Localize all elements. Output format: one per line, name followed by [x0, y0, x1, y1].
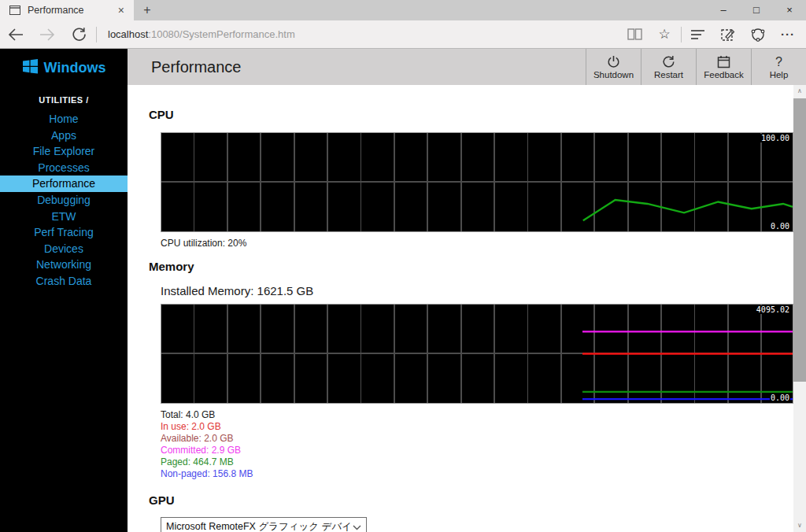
- memory-chart: 4095.02 0.00: [161, 304, 793, 404]
- gpu-select[interactable]: Microsoft RemoteFX グラフィック デバイス - WDDM: [161, 517, 367, 532]
- cpu-heading: CPU: [149, 108, 793, 121]
- scrollbar-thumb[interactable]: [793, 98, 806, 382]
- hub-icon[interactable]: [683, 29, 713, 40]
- memory-chart-min-label: 0.00: [770, 393, 790, 402]
- refresh-icon[interactable]: [63, 27, 94, 42]
- sidebar-item-home[interactable]: Home: [0, 111, 128, 127]
- utilities-section-label: UTILITIES /: [0, 95, 128, 105]
- help-icon: ?: [775, 54, 782, 68]
- url-field[interactable]: localhost:10080/SystemPerformance.htm: [108, 28, 619, 40]
- legend-available: Available: 2.0 GB: [161, 433, 793, 445]
- sidebar-item-performance[interactable]: Performance: [0, 175, 128, 192]
- sidebar: Windows UTILITIES / Home Apps File Explo…: [0, 49, 128, 532]
- cpu-chart: 100.00 0.00: [161, 132, 793, 232]
- header-buttons: Shutdown Restart Feedback: [586, 49, 806, 85]
- windows-flag-icon: [22, 58, 39, 78]
- shutdown-label: Shutdown: [593, 70, 634, 79]
- share-icon[interactable]: [743, 28, 773, 42]
- shutdown-button[interactable]: Shutdown: [586, 49, 641, 85]
- tab-bar: Performance × + – □ ×: [0, 0, 806, 20]
- page-icon: [9, 6, 20, 15]
- memory-legend: Total: 4.0 GB In use: 2.0 GB Available: …: [161, 409, 793, 480]
- cpu-chart-line: [161, 133, 793, 231]
- restart-icon: [662, 54, 675, 68]
- window-controls: – □ ×: [707, 0, 806, 20]
- legend-non-paged: Non-paged: 156.8 MB: [161, 468, 793, 480]
- url-path: :10080/SystemPerformance.htm: [148, 28, 294, 40]
- legend-in-use: In use: 2.0 GB: [161, 421, 793, 433]
- sidebar-item-etw[interactable]: ETW: [0, 209, 128, 225]
- url-host: localhost: [108, 28, 148, 40]
- windows-logo[interactable]: Windows: [0, 58, 128, 78]
- browser-window: Performance × + – □ × localhost:10080/Sy…: [0, 0, 806, 532]
- sidebar-item-crash-data[interactable]: Crash Data: [0, 273, 128, 290]
- divider: [96, 27, 97, 42]
- installed-memory-text: Installed Memory: 1621.5 GB: [161, 284, 793, 297]
- sidebar-item-debugging[interactable]: Debugging: [0, 192, 128, 209]
- restart-label: Restart: [654, 70, 683, 79]
- legend-paged: Paged: 464.7 MB: [161, 456, 793, 468]
- sidebar-item-networking[interactable]: Networking: [0, 257, 128, 273]
- main-panel: Performance Shutdown Restart: [128, 49, 806, 532]
- performance-content: CPU 100.00 0.00 CPU utilization: 20% Mem…: [128, 85, 793, 532]
- memory-heading: Memory: [149, 260, 793, 273]
- device-portal-app: Windows UTILITIES / Home Apps File Explo…: [0, 49, 806, 532]
- page-title: Performance: [128, 49, 242, 85]
- cpu-chart-max-label: 100.00: [760, 134, 790, 142]
- tab-title: Performance: [28, 5, 115, 16]
- legend-committed: Committed: 2.9 GB: [161, 445, 793, 456]
- help-label: Help: [770, 70, 789, 79]
- gpu-heading: GPU: [149, 493, 793, 507]
- new-tab-button[interactable]: +: [134, 0, 161, 20]
- cpu-utilization-text: CPU utilization: 20%: [161, 238, 793, 249]
- help-button[interactable]: ? Help: [751, 49, 806, 85]
- tab-close-icon[interactable]: ×: [115, 4, 128, 17]
- sidebar-item-perf-tracing[interactable]: Perf Tracing: [0, 224, 128, 241]
- window-close-button[interactable]: ×: [773, 0, 806, 20]
- minimize-button[interactable]: –: [707, 0, 740, 20]
- reading-view-icon[interactable]: [619, 28, 649, 40]
- web-note-icon[interactable]: [713, 28, 743, 42]
- maximize-button[interactable]: □: [740, 0, 773, 20]
- sidebar-nav: Home Apps File Explorer Processes Perfor…: [0, 111, 128, 290]
- sidebar-item-processes[interactable]: Processes: [0, 160, 128, 176]
- back-icon[interactable]: [0, 28, 31, 41]
- feedback-button[interactable]: Feedback: [696, 49, 751, 85]
- page-header: Performance Shutdown Restart: [128, 49, 806, 85]
- scroll-up-icon[interactable]: ∧: [793, 85, 806, 98]
- sidebar-item-devices[interactable]: Devices: [0, 241, 128, 257]
- sidebar-item-apps[interactable]: Apps: [0, 127, 128, 144]
- divider: [681, 27, 682, 42]
- feedback-icon: [717, 54, 730, 68]
- feedback-label: Feedback: [704, 70, 744, 79]
- gpu-selected-device: Microsoft RemoteFX グラフィック デバイス - WDDM: [166, 520, 353, 532]
- cpu-chart-min-label: 0.00: [770, 222, 790, 231]
- more-actions-icon[interactable]: ···: [773, 28, 803, 41]
- logo-text: Windows: [44, 60, 106, 76]
- memory-chart-max-label: 4095.02: [756, 305, 790, 314]
- addressbar-actions: ☆ ···: [619, 26, 803, 42]
- scroll-down-icon[interactable]: ∨: [793, 519, 806, 532]
- favorites-star-icon[interactable]: ☆: [649, 26, 679, 42]
- power-icon: [607, 54, 620, 68]
- chevron-down-icon: [353, 519, 361, 532]
- page-scrollbar[interactable]: ∧ ∨: [793, 85, 806, 532]
- forward-icon[interactable]: [31, 28, 63, 41]
- sidebar-item-file-explorer[interactable]: File Explorer: [0, 143, 128, 160]
- restart-button[interactable]: Restart: [641, 49, 696, 85]
- memory-chart-lines: [161, 305, 793, 403]
- address-bar: localhost:10080/SystemPerformance.htm ☆ …: [0, 20, 806, 49]
- tab-performance[interactable]: Performance ×: [0, 0, 134, 20]
- legend-total: Total: 4.0 GB: [161, 409, 793, 421]
